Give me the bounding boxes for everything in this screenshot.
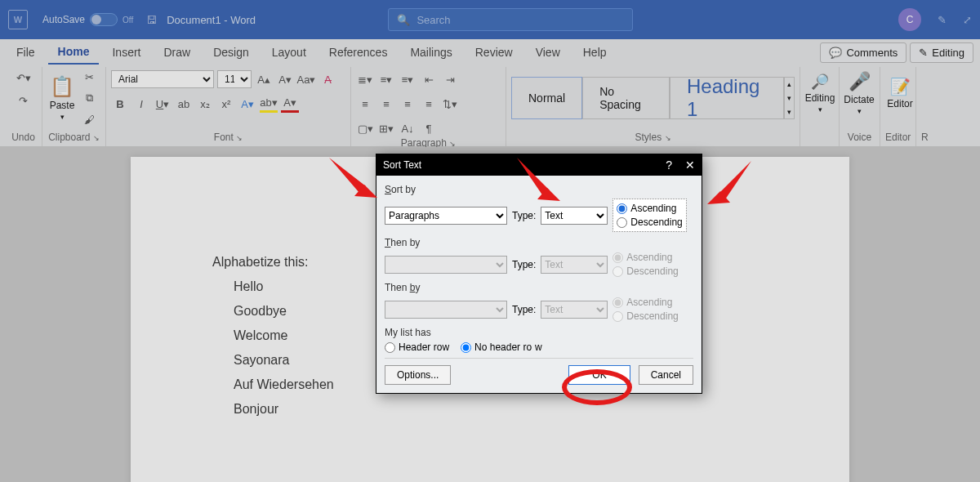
dialog-titlebar[interactable]: Sort Text ? ✕: [376, 154, 702, 176]
dialog-title: Sort Text: [383, 159, 421, 171]
close-icon[interactable]: ✕: [685, 158, 695, 172]
cancel-button[interactable]: Cancel: [639, 365, 693, 385]
type-label-1: Type:: [512, 210, 536, 221]
sort-by-type-select[interactable]: Text: [541, 207, 608, 225]
descending-radio-1[interactable]: Descending: [617, 216, 682, 228]
ascending-radio-3: Ascending: [612, 297, 678, 308]
ascending-radio-1[interactable]: Ascending: [617, 203, 682, 214]
then-by-field-select-2[interactable]: [385, 301, 507, 319]
type-label-3: Type:: [512, 304, 536, 315]
help-icon[interactable]: ?: [666, 158, 672, 172]
descending-radio-2: Descending: [612, 266, 678, 277]
then-by-field-select-1[interactable]: [385, 256, 507, 274]
options-button[interactable]: Options...: [385, 365, 451, 385]
then-by-label-2: Then by: [385, 282, 693, 293]
header-row-radio[interactable]: Header row: [385, 341, 449, 353]
ok-button[interactable]: OK: [568, 365, 630, 385]
no-header-row-radio[interactable]: No header row: [461, 341, 542, 353]
descending-radio-3: Descending: [612, 310, 678, 322]
then-by-type-select-2[interactable]: Text: [541, 301, 608, 319]
sort-text-dialog: Sort Text ? ✕ Sort by Paragraphs Type: T…: [376, 154, 702, 394]
my-list-has-label: My list has: [385, 327, 693, 338]
ascending-radio-2: Ascending: [612, 252, 678, 263]
sort-by-field-select[interactable]: Paragraphs: [385, 207, 507, 225]
then-by-type-select-1[interactable]: Text: [541, 256, 608, 274]
then-by-label-1: Then by: [385, 237, 693, 248]
type-label-2: Type:: [512, 259, 536, 270]
sort-by-label: Sort by: [385, 184, 693, 195]
